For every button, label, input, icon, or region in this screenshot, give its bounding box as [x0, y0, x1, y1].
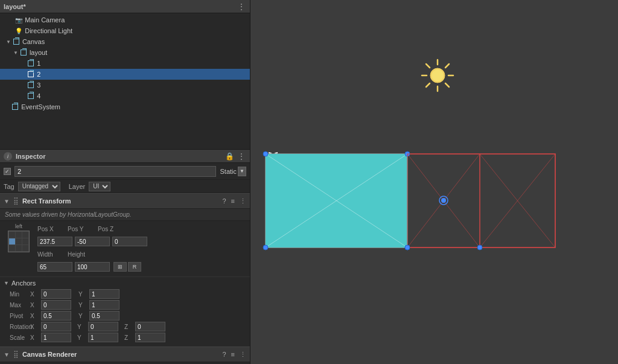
inspector-header: i Inspector 🔒 ⋮: [0, 150, 250, 163]
svg-line-7: [426, 83, 430, 87]
canvas-renderer-help-icon[interactable]: ?: [222, 351, 226, 359]
eventsystem-cube-icon: [11, 103, 19, 111]
rotation-z-input[interactable]: [135, 322, 165, 331]
anchor-min-y-input[interactable]: [89, 289, 119, 299]
canvas-renderer-settings-icon[interactable]: ≡: [231, 351, 235, 359]
canvas-renderer-move-icon: ⣿: [13, 350, 19, 359]
inspector-menu-icon[interactable]: ⋮: [237, 152, 246, 161]
inspector-title: Inspector: [16, 153, 46, 160]
item2-cube-icon: [27, 70, 35, 78]
inspector-header-left: i Inspector: [4, 152, 46, 161]
anchor-preset-box[interactable]: [8, 231, 30, 252]
reset-btn[interactable]: R: [128, 262, 141, 272]
viz-cell-3: [9, 238, 15, 244]
anchors-expand-icon[interactable]: ▼: [4, 280, 9, 286]
tree-label-1: 1: [37, 60, 40, 67]
tree-item-2[interactable]: 2: [0, 69, 250, 80]
tag-select[interactable]: Untagged: [18, 182, 60, 191]
scale-x-label: X: [30, 334, 37, 341]
canvas-renderer-expand-icon[interactable]: ▼: [4, 351, 10, 358]
scale-y-label: Y: [77, 334, 84, 341]
rect-transform-move-icon: ⣿: [13, 197, 19, 205]
height-input[interactable]: [75, 262, 110, 272]
anchor-max-x-input[interactable]: [41, 300, 71, 310]
rect-transform-settings-icon[interactable]: ≡: [231, 197, 235, 205]
tree-item-dir-light[interactable]: 💡 Directional Light: [0, 25, 250, 36]
svg-point-21: [263, 152, 268, 156]
tree-label-dir-light: Directional Light: [25, 27, 72, 34]
scale-y-input[interactable]: [88, 333, 118, 342]
transform-fields: Pos X Pos Y Pos Z Width Height: [37, 223, 246, 274]
canvas-visualization: [263, 151, 558, 247]
anchor-min-row: Min X Y: [0, 289, 250, 299]
inspector-info-icon: i: [4, 152, 12, 161]
rotation-label: Rotation: [10, 324, 27, 330]
wh-values-row: ⊞ R: [37, 261, 246, 272]
hierarchy-panel: layout* ⋮ 📷 Main Camera 💡 Directional Li…: [0, 0, 250, 150]
object-enabled-checkbox[interactable]: [4, 168, 11, 175]
rotation-x-input[interactable]: [41, 322, 71, 331]
svg-point-32: [441, 198, 446, 203]
item3-cube-icon: [27, 81, 35, 89]
svg-point-9: [432, 69, 444, 81]
tree-item-layout[interactable]: ▼ layout: [0, 47, 250, 58]
viz-cell-7: [16, 245, 22, 251]
anchor-preset-viz: left: [4, 223, 34, 252]
spacer4: [24, 72, 25, 77]
tree-label-layout: layout: [30, 49, 47, 56]
rect-transform-menu-icon[interactable]: ⋮: [240, 197, 246, 205]
rotation-y-input[interactable]: [88, 322, 118, 331]
anchor-preset-label: left: [15, 223, 22, 229]
anchor-max-y-input[interactable]: [89, 300, 119, 310]
item4-cube-icon: [27, 92, 35, 100]
pos-y-input[interactable]: [75, 237, 110, 246]
static-label: Static: [220, 168, 237, 175]
height-label: Height: [68, 251, 98, 258]
width-input[interactable]: [37, 262, 72, 272]
rect-transform-expand-icon[interactable]: ▼: [4, 198, 10, 205]
anchor-min-x-input[interactable]: [41, 289, 71, 299]
pivot-label: Pivot: [10, 313, 27, 319]
pos-x-label: Pos X: [37, 226, 68, 232]
pivot-y-input[interactable]: [89, 311, 119, 321]
hierarchy-content: 📷 Main Camera 💡 Directional Light ▼ Canv…: [0, 13, 250, 113]
scale-row: Scale X Y Z: [0, 332, 250, 343]
rect-transform-help-icon[interactable]: ?: [222, 197, 226, 205]
tree-item-main-camera[interactable]: 📷 Main Camera: [0, 14, 250, 25]
canvas-renderer-menu-icon[interactable]: ⋮: [240, 351, 246, 359]
tree-item-4[interactable]: 4: [0, 91, 250, 101]
tree-item-eventsystem[interactable]: EventSystem: [0, 101, 250, 112]
scale-z-input[interactable]: [135, 333, 165, 342]
viz-cell-1: [16, 232, 22, 238]
hierarchy-menu-icon[interactable]: ⋮: [237, 2, 246, 11]
rect-transform-header: ▼ ⣿ Rect Transform ? ≡ ⋮: [0, 193, 250, 209]
object-name-input[interactable]: [14, 166, 216, 177]
pos-x-input[interactable]: [37, 237, 72, 246]
static-arrow-btn[interactable]: ▼: [238, 167, 246, 176]
anchor-max-row: Max X Y: [0, 299, 250, 310]
pivot-x-input[interactable]: [41, 311, 71, 321]
pos-z-input[interactable]: [112, 237, 147, 246]
tree-item-1[interactable]: 1: [0, 58, 250, 69]
tree-item-canvas[interactable]: ▼ Canvas: [0, 36, 250, 47]
anchor-min-y-label: Y: [78, 291, 86, 298]
canvas-renderer-header: ▼ ⣿ Canvas Renderer ? ≡ ⋮: [0, 346, 250, 362]
constrain-btn[interactable]: ⊞: [113, 262, 127, 272]
spacer: [12, 18, 13, 23]
inspector-panel: i Inspector 🔒 ⋮ Static ▼ Tag: [0, 150, 250, 364]
viz-cell-0: [9, 232, 15, 238]
svg-line-6: [445, 64, 449, 68]
scale-x-input[interactable]: [41, 333, 71, 342]
layer-select[interactable]: UI: [89, 182, 110, 191]
rect-transform-content: left Pos X: [0, 221, 250, 276]
layout-expand-icon: ▼: [13, 50, 18, 56]
inspector-lock-icon[interactable]: 🔒: [225, 152, 234, 161]
anchor-max-label: Max: [10, 302, 27, 308]
light-icon: 💡: [14, 27, 23, 35]
tree-item-3[interactable]: 3: [0, 80, 250, 91]
svg-line-5: [445, 83, 449, 87]
tree-label-4: 4: [37, 92, 40, 100]
spacer5: [24, 83, 25, 88]
inspector-scroll-area: Static ▼ Tag Untagged Layer UI ▼ ⣿: [0, 163, 250, 364]
tag-layer-row: Tag Untagged Layer UI: [0, 180, 250, 193]
